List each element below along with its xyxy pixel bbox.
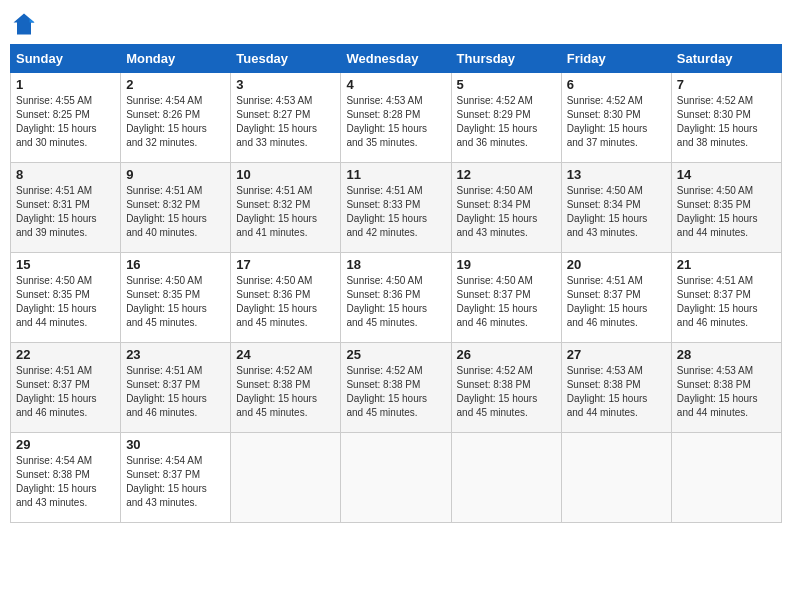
day-number: 29 xyxy=(16,437,115,452)
calendar-day-cell: 9Sunrise: 4:51 AM Sunset: 8:32 PM Daylig… xyxy=(121,163,231,253)
day-info: Sunrise: 4:50 AM Sunset: 8:36 PM Dayligh… xyxy=(346,274,445,330)
day-number: 3 xyxy=(236,77,335,92)
day-number: 14 xyxy=(677,167,776,182)
calendar-week-row: 29Sunrise: 4:54 AM Sunset: 8:38 PM Dayli… xyxy=(11,433,782,523)
calendar-day-cell: 23Sunrise: 4:51 AM Sunset: 8:37 PM Dayli… xyxy=(121,343,231,433)
day-number: 13 xyxy=(567,167,666,182)
day-number: 5 xyxy=(457,77,556,92)
weekday-header: Monday xyxy=(121,45,231,73)
day-info: Sunrise: 4:50 AM Sunset: 8:35 PM Dayligh… xyxy=(16,274,115,330)
calendar-table: SundayMondayTuesdayWednesdayThursdayFrid… xyxy=(10,44,782,523)
calendar-day-cell: 1Sunrise: 4:55 AM Sunset: 8:25 PM Daylig… xyxy=(11,73,121,163)
calendar-day-cell: 26Sunrise: 4:52 AM Sunset: 8:38 PM Dayli… xyxy=(451,343,561,433)
day-number: 27 xyxy=(567,347,666,362)
calendar-day-cell: 17Sunrise: 4:50 AM Sunset: 8:36 PM Dayli… xyxy=(231,253,341,343)
calendar-day-cell: 27Sunrise: 4:53 AM Sunset: 8:38 PM Dayli… xyxy=(561,343,671,433)
calendar-day-cell xyxy=(231,433,341,523)
calendar-day-cell: 11Sunrise: 4:51 AM Sunset: 8:33 PM Dayli… xyxy=(341,163,451,253)
day-number: 11 xyxy=(346,167,445,182)
day-info: Sunrise: 4:51 AM Sunset: 8:32 PM Dayligh… xyxy=(126,184,225,240)
day-info: Sunrise: 4:53 AM Sunset: 8:27 PM Dayligh… xyxy=(236,94,335,150)
calendar-week-row: 8Sunrise: 4:51 AM Sunset: 8:31 PM Daylig… xyxy=(11,163,782,253)
day-number: 9 xyxy=(126,167,225,182)
logo xyxy=(10,10,42,38)
day-number: 30 xyxy=(126,437,225,452)
day-number: 4 xyxy=(346,77,445,92)
day-number: 24 xyxy=(236,347,335,362)
day-number: 26 xyxy=(457,347,556,362)
day-number: 16 xyxy=(126,257,225,272)
calendar-day-cell: 20Sunrise: 4:51 AM Sunset: 8:37 PM Dayli… xyxy=(561,253,671,343)
logo-icon xyxy=(10,10,38,38)
calendar-day-cell: 24Sunrise: 4:52 AM Sunset: 8:38 PM Dayli… xyxy=(231,343,341,433)
day-info: Sunrise: 4:51 AM Sunset: 8:31 PM Dayligh… xyxy=(16,184,115,240)
calendar-day-cell: 13Sunrise: 4:50 AM Sunset: 8:34 PM Dayli… xyxy=(561,163,671,253)
day-info: Sunrise: 4:50 AM Sunset: 8:35 PM Dayligh… xyxy=(677,184,776,240)
day-number: 19 xyxy=(457,257,556,272)
calendar-day-cell: 21Sunrise: 4:51 AM Sunset: 8:37 PM Dayli… xyxy=(671,253,781,343)
day-number: 20 xyxy=(567,257,666,272)
day-info: Sunrise: 4:53 AM Sunset: 8:38 PM Dayligh… xyxy=(677,364,776,420)
calendar-day-cell: 4Sunrise: 4:53 AM Sunset: 8:28 PM Daylig… xyxy=(341,73,451,163)
calendar-day-cell: 15Sunrise: 4:50 AM Sunset: 8:35 PM Dayli… xyxy=(11,253,121,343)
day-number: 23 xyxy=(126,347,225,362)
day-number: 2 xyxy=(126,77,225,92)
calendar-day-cell: 7Sunrise: 4:52 AM Sunset: 8:30 PM Daylig… xyxy=(671,73,781,163)
day-info: Sunrise: 4:50 AM Sunset: 8:34 PM Dayligh… xyxy=(567,184,666,240)
day-number: 25 xyxy=(346,347,445,362)
calendar-day-cell: 16Sunrise: 4:50 AM Sunset: 8:35 PM Dayli… xyxy=(121,253,231,343)
day-number: 21 xyxy=(677,257,776,272)
day-info: Sunrise: 4:54 AM Sunset: 8:37 PM Dayligh… xyxy=(126,454,225,510)
svg-marker-0 xyxy=(14,14,35,35)
day-number: 10 xyxy=(236,167,335,182)
day-info: Sunrise: 4:53 AM Sunset: 8:28 PM Dayligh… xyxy=(346,94,445,150)
day-number: 15 xyxy=(16,257,115,272)
weekday-header: Sunday xyxy=(11,45,121,73)
calendar-week-row: 15Sunrise: 4:50 AM Sunset: 8:35 PM Dayli… xyxy=(11,253,782,343)
calendar-day-cell: 8Sunrise: 4:51 AM Sunset: 8:31 PM Daylig… xyxy=(11,163,121,253)
calendar-day-cell: 12Sunrise: 4:50 AM Sunset: 8:34 PM Dayli… xyxy=(451,163,561,253)
weekday-header: Tuesday xyxy=(231,45,341,73)
calendar-day-cell: 22Sunrise: 4:51 AM Sunset: 8:37 PM Dayli… xyxy=(11,343,121,433)
calendar-day-cell xyxy=(341,433,451,523)
calendar-day-cell: 5Sunrise: 4:52 AM Sunset: 8:29 PM Daylig… xyxy=(451,73,561,163)
day-number: 6 xyxy=(567,77,666,92)
calendar-week-row: 1Sunrise: 4:55 AM Sunset: 8:25 PM Daylig… xyxy=(11,73,782,163)
calendar-day-cell xyxy=(671,433,781,523)
day-info: Sunrise: 4:52 AM Sunset: 8:38 PM Dayligh… xyxy=(346,364,445,420)
day-info: Sunrise: 4:55 AM Sunset: 8:25 PM Dayligh… xyxy=(16,94,115,150)
day-number: 12 xyxy=(457,167,556,182)
day-number: 1 xyxy=(16,77,115,92)
day-info: Sunrise: 4:52 AM Sunset: 8:38 PM Dayligh… xyxy=(236,364,335,420)
day-info: Sunrise: 4:50 AM Sunset: 8:37 PM Dayligh… xyxy=(457,274,556,330)
calendar-day-cell: 30Sunrise: 4:54 AM Sunset: 8:37 PM Dayli… xyxy=(121,433,231,523)
calendar-day-cell: 2Sunrise: 4:54 AM Sunset: 8:26 PM Daylig… xyxy=(121,73,231,163)
calendar-week-row: 22Sunrise: 4:51 AM Sunset: 8:37 PM Dayli… xyxy=(11,343,782,433)
day-info: Sunrise: 4:50 AM Sunset: 8:34 PM Dayligh… xyxy=(457,184,556,240)
day-info: Sunrise: 4:52 AM Sunset: 8:38 PM Dayligh… xyxy=(457,364,556,420)
day-info: Sunrise: 4:50 AM Sunset: 8:35 PM Dayligh… xyxy=(126,274,225,330)
weekday-header: Saturday xyxy=(671,45,781,73)
weekday-header: Thursday xyxy=(451,45,561,73)
day-number: 17 xyxy=(236,257,335,272)
day-info: Sunrise: 4:54 AM Sunset: 8:38 PM Dayligh… xyxy=(16,454,115,510)
day-info: Sunrise: 4:51 AM Sunset: 8:32 PM Dayligh… xyxy=(236,184,335,240)
day-info: Sunrise: 4:51 AM Sunset: 8:37 PM Dayligh… xyxy=(567,274,666,330)
calendar-day-cell: 14Sunrise: 4:50 AM Sunset: 8:35 PM Dayli… xyxy=(671,163,781,253)
weekday-header: Wednesday xyxy=(341,45,451,73)
weekday-header: Friday xyxy=(561,45,671,73)
day-info: Sunrise: 4:53 AM Sunset: 8:38 PM Dayligh… xyxy=(567,364,666,420)
calendar-day-cell: 29Sunrise: 4:54 AM Sunset: 8:38 PM Dayli… xyxy=(11,433,121,523)
calendar-day-cell: 6Sunrise: 4:52 AM Sunset: 8:30 PM Daylig… xyxy=(561,73,671,163)
calendar-day-cell xyxy=(451,433,561,523)
calendar-day-cell: 18Sunrise: 4:50 AM Sunset: 8:36 PM Dayli… xyxy=(341,253,451,343)
day-info: Sunrise: 4:52 AM Sunset: 8:29 PM Dayligh… xyxy=(457,94,556,150)
day-info: Sunrise: 4:54 AM Sunset: 8:26 PM Dayligh… xyxy=(126,94,225,150)
calendar-day-cell: 25Sunrise: 4:52 AM Sunset: 8:38 PM Dayli… xyxy=(341,343,451,433)
day-info: Sunrise: 4:52 AM Sunset: 8:30 PM Dayligh… xyxy=(567,94,666,150)
day-info: Sunrise: 4:50 AM Sunset: 8:36 PM Dayligh… xyxy=(236,274,335,330)
calendar-day-cell: 19Sunrise: 4:50 AM Sunset: 8:37 PM Dayli… xyxy=(451,253,561,343)
day-number: 8 xyxy=(16,167,115,182)
calendar-day-cell: 28Sunrise: 4:53 AM Sunset: 8:38 PM Dayli… xyxy=(671,343,781,433)
calendar-day-cell: 10Sunrise: 4:51 AM Sunset: 8:32 PM Dayli… xyxy=(231,163,341,253)
